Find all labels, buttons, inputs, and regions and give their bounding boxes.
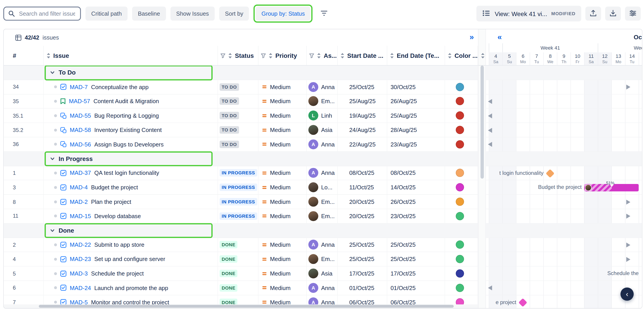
column-header-End Date (Te...[interactable]: End Date (Te... bbox=[387, 46, 445, 65]
row-number-cell: 35.1 bbox=[4, 109, 44, 123]
bar-offscreen-right-icon[interactable] bbox=[626, 199, 630, 204]
settings-button[interactable] bbox=[625, 7, 641, 21]
search-box[interactable] bbox=[3, 7, 81, 21]
drag-dot[interactable] bbox=[54, 287, 57, 289]
issue-key[interactable]: MAD-24 bbox=[70, 285, 91, 291]
horizontal-scrollbar-thumb[interactable] bbox=[39, 305, 454, 308]
issue-key[interactable]: MAD-22 bbox=[70, 242, 91, 248]
download-button[interactable] bbox=[605, 7, 621, 21]
start-date-cell: 11/Oct/25 bbox=[338, 180, 387, 194]
bar-offscreen-right-icon[interactable] bbox=[626, 85, 630, 89]
drag-dot[interactable] bbox=[54, 272, 57, 275]
row-number: 35.2 bbox=[13, 127, 23, 133]
bar-offscreen-right-icon[interactable] bbox=[626, 257, 630, 262]
column-header-Priority[interactable]: Priority bbox=[258, 46, 306, 65]
color-dot[interactable] bbox=[456, 284, 464, 292]
filter-button[interactable] bbox=[317, 7, 332, 21]
issue-key[interactable]: MAD-3 bbox=[70, 270, 88, 277]
toolbar-button-baseline[interactable]: Baseline bbox=[132, 7, 166, 21]
color-dot[interactable] bbox=[456, 241, 464, 249]
color-dot[interactable] bbox=[456, 169, 464, 177]
color-dot[interactable] bbox=[456, 269, 464, 278]
drag-dot[interactable] bbox=[54, 114, 57, 117]
color-dot[interactable] bbox=[456, 255, 464, 263]
issue-key[interactable]: MAD-4 bbox=[70, 184, 88, 191]
expand-panel-icon[interactable]: » bbox=[470, 32, 474, 42]
group-row[interactable]: Done bbox=[4, 224, 478, 238]
drag-dot[interactable] bbox=[54, 243, 57, 246]
column-header-Color ...[interactable]: Color ... bbox=[445, 46, 478, 65]
search-input[interactable] bbox=[18, 10, 76, 17]
issue-cell: MAD-37QA test login functionality bbox=[44, 166, 218, 180]
column-header-As...[interactable]: As... bbox=[307, 46, 338, 65]
end-date-cell: 26/Aug/25 bbox=[387, 94, 445, 108]
bar-offscreen-left-icon[interactable] bbox=[488, 128, 492, 133]
color-cell bbox=[445, 94, 478, 108]
bar-offscreen-right-icon[interactable] bbox=[626, 243, 630, 247]
column-header-Start Date ...[interactable]: Start Date ... bbox=[338, 46, 387, 65]
bar-offscreen-left-icon[interactable] bbox=[488, 142, 492, 147]
toolbar-button-show-issues[interactable]: Show Issues bbox=[170, 7, 214, 21]
drag-dot[interactable] bbox=[54, 129, 57, 131]
collapse-panel-icon[interactable]: « bbox=[498, 32, 502, 42]
drag-dot[interactable] bbox=[54, 186, 57, 189]
column-header-Issue[interactable]: Issue bbox=[44, 46, 218, 65]
issue-key[interactable]: MAD-7 bbox=[70, 83, 88, 90]
drag-dot[interactable] bbox=[54, 301, 57, 304]
column-header-Status[interactable]: Status bbox=[218, 46, 258, 65]
assignee-name: Anna bbox=[321, 285, 334, 291]
horizontal-scrollbar[interactable] bbox=[4, 304, 478, 308]
color-dot[interactable] bbox=[456, 140, 464, 148]
drag-dot[interactable] bbox=[54, 171, 57, 174]
task-type-icon bbox=[60, 199, 66, 205]
sliders-icon bbox=[629, 9, 636, 18]
assignee-cell: AAnna bbox=[307, 281, 338, 295]
start-date: 11/Oct/25 bbox=[349, 184, 374, 191]
start-date-cell: 25/Oct/25 bbox=[338, 252, 387, 266]
row-number: 3 bbox=[13, 184, 16, 190]
issue-key[interactable]: MAD-2 bbox=[70, 199, 88, 205]
drag-dot[interactable] bbox=[54, 143, 57, 146]
toolbar-button-critical-path[interactable]: Critical path bbox=[85, 7, 127, 21]
color-dot[interactable] bbox=[456, 83, 464, 91]
group-row[interactable]: To Do bbox=[4, 66, 478, 80]
vertical-scrollbar-thumb[interactable] bbox=[480, 66, 484, 179]
end-date-cell: 23/Aug/25 bbox=[387, 137, 445, 151]
bar-offscreen-right-icon[interactable] bbox=[626, 214, 630, 219]
bar-offscreen-left-icon[interactable] bbox=[488, 99, 492, 104]
color-dot[interactable] bbox=[456, 183, 464, 192]
issue-key[interactable]: MAD-15 bbox=[70, 213, 91, 220]
start-date: 25/Oct/25 bbox=[349, 256, 374, 263]
drag-dot[interactable] bbox=[54, 85, 57, 88]
day-weekday: We bbox=[547, 59, 553, 64]
color-dot[interactable] bbox=[456, 97, 464, 105]
bar-offscreen-left-icon[interactable] bbox=[488, 286, 492, 291]
issue-key[interactable]: MAD-57 bbox=[69, 98, 90, 105]
drag-dot[interactable] bbox=[54, 200, 57, 203]
upload-button[interactable] bbox=[586, 7, 601, 21]
color-dot[interactable] bbox=[456, 198, 464, 206]
row-number-cell: 11 bbox=[4, 209, 44, 223]
color-dot[interactable] bbox=[456, 111, 464, 120]
issue-key[interactable]: MAD-58 bbox=[70, 127, 91, 133]
drag-dot[interactable] bbox=[54, 100, 57, 103]
group-row[interactable]: In Progress bbox=[4, 152, 478, 166]
row-number: 35.1 bbox=[13, 112, 23, 119]
view-selector-button[interactable]: View: Week 41 vi... MODIFIED bbox=[477, 6, 581, 21]
drag-dot[interactable] bbox=[54, 258, 57, 261]
drag-dot[interactable] bbox=[54, 215, 57, 218]
issue-key[interactable]: MAD-23 bbox=[70, 256, 91, 263]
column-header-#[interactable]: # bbox=[4, 46, 44, 65]
issue-key[interactable]: MAD-55 bbox=[70, 112, 91, 119]
color-dot[interactable] bbox=[456, 212, 464, 220]
toolbar-button-sort-by[interactable]: Sort by bbox=[219, 7, 249, 21]
issue-key[interactable]: MAD-37 bbox=[70, 170, 91, 176]
issue-key[interactable]: MAD-56 bbox=[70, 141, 91, 148]
end-date: 26/Oct/25 bbox=[390, 199, 416, 205]
collapse-fab-button[interactable]: ‹ bbox=[620, 288, 634, 301]
panel-splitter[interactable] bbox=[478, 29, 486, 308]
bar-offscreen-left-icon[interactable] bbox=[488, 113, 492, 118]
start-date: 20/Oct/25 bbox=[349, 199, 374, 205]
color-dot[interactable] bbox=[456, 126, 464, 134]
group-by-button[interactable]: Group by: Status bbox=[256, 7, 310, 21]
